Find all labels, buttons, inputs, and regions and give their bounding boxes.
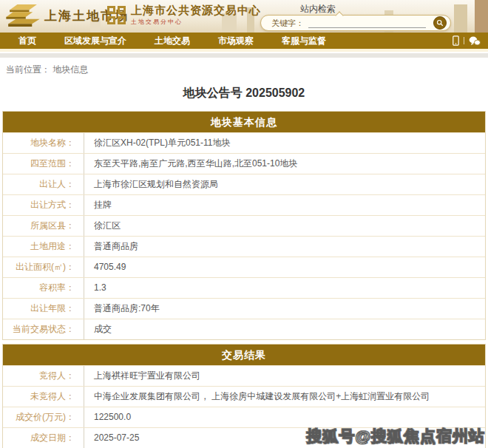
table-row: 所属区县： 徐汇区 — [3, 215, 485, 236]
table-row: 成交日期： 2025-07-25 — [3, 427, 485, 448]
table-body: 竞得人： 上海祺祥旺宇置业有限公司 未竞得人： 中海企业发展集团有限公司， 上海… — [3, 365, 485, 448]
wechat-icon[interactable] — [469, 36, 481, 46]
search-box: 关键字： — [260, 15, 451, 31]
row-value: 徐汇区XH-02(TPL)单元051-11地块 — [84, 133, 485, 153]
nav-icon-divider — [464, 37, 464, 44]
row-value: 2025-07-25 — [84, 428, 485, 448]
row-label: 出让方式： — [3, 195, 84, 215]
site-header: 上海土地市场 上海市公共资源交易中心 土地交易分中心 站内检索 关键字： — [0, 0, 488, 33]
row-label: 出让年限： — [3, 299, 84, 319]
row-value: 上海市徐汇区规划和自然资源局 — [84, 174, 485, 194]
breadcrumb-prefix: 当前位置： — [6, 64, 50, 75]
plot-basic-info-table: 地块基本信息 地块名称： 徐汇区XH-02(TPL)单元051-11地块 四至范… — [2, 111, 486, 340]
grid-logo-icon — [107, 6, 126, 24]
nav-item-land-trade[interactable]: 土地交易 — [155, 35, 190, 47]
center-subtitle: 土地交易分中心 — [131, 18, 261, 26]
table-header-transaction-result: 交易结果 — [3, 345, 485, 365]
public-resources-center-logo[interactable]: 上海市公共资源交易中心 土地交易分中心 — [107, 4, 261, 26]
row-value: 徐汇区 — [84, 216, 485, 236]
row-label: 地块名称： — [3, 133, 84, 153]
table-header-basic-info: 地块基本信息 — [3, 112, 485, 132]
table-row: 容积率： 1.3 — [3, 277, 485, 298]
table-row: 出让年限： 普通商品房:70年 — [3, 298, 485, 319]
row-value: 122500.0 — [84, 407, 485, 427]
nav-item-service-supervision[interactable]: 客服与监督 — [282, 35, 326, 47]
page-title: 地块公告号 202505902 — [0, 86, 488, 101]
table-row: 未竞得人： 中海企业发展集团有限公司， 上海徐房中城建设发展有限公司+上海虹润置… — [3, 386, 485, 407]
nav-item-market-watch[interactable]: 市场观察 — [218, 35, 254, 47]
breadcrumb-current: 地块信息 — [52, 64, 88, 75]
row-label: 四至范围： — [3, 154, 84, 174]
table-row: 地块名称： 徐汇区XH-02(TPL)单元051-11地块 — [3, 132, 485, 153]
row-value: 挂牌 — [84, 195, 485, 215]
row-value: 东至天平路,南至广元路,西至华山路,北至051-10地块 — [84, 154, 485, 174]
row-label: 容积率： — [3, 278, 84, 298]
row-label: 未竞得人： — [3, 387, 84, 407]
row-value: 普通商品房:70年 — [84, 299, 485, 319]
table-row: 出让方式： 挂牌 — [3, 194, 485, 215]
mobile-icon[interactable] — [453, 35, 459, 46]
main-nav: 首页 区域发展与宣介 土地交易 市场观察 客服与监督 — [0, 33, 488, 50]
row-value: 中海企业发展集团有限公司， 上海徐房中城建设发展有限公司+上海虹润置业有限公司 — [84, 387, 485, 407]
breadcrumb: 当前位置： 地块信息 — [0, 58, 488, 75]
stacked-slabs-logo-icon — [4, 3, 41, 28]
keyword-label: 关键字： — [271, 18, 304, 29]
table-row: 竞得人： 上海祺祥旺宇置业有限公司 — [3, 365, 485, 386]
row-value: 4705.49 — [84, 257, 485, 277]
row-label: 出让面积(㎡)： — [3, 257, 84, 277]
site-search-tab[interactable]: 站内检索 — [300, 3, 336, 16]
transaction-result-table: 交易结果 竞得人： 上海祺祥旺宇置业有限公司 未竞得人： 中海企业发展集团有限公… — [2, 344, 486, 448]
row-value: 普通商品房 — [84, 237, 485, 257]
row-value: 成交 — [84, 319, 485, 339]
table-row: 出让面积(㎡)： 4705.49 — [3, 257, 485, 277]
search-button[interactable] — [433, 16, 447, 30]
nav-right-icons — [453, 35, 481, 46]
row-label: 出让人： — [3, 174, 84, 194]
search-icon — [436, 19, 444, 27]
row-label: 成交日期： — [3, 428, 84, 448]
row-value: 上海祺祥旺宇置业有限公司 — [84, 366, 485, 386]
row-label: 竞得人： — [3, 366, 84, 386]
nav-item-regional-development[interactable]: 区域发展与宣介 — [64, 35, 126, 47]
row-label: 所属区县： — [3, 216, 84, 236]
row-value: 1.3 — [84, 278, 485, 298]
row-label: 土地用途： — [3, 237, 84, 257]
table-row: 四至范围： 东至天平路,南至广元路,西至华山路,北至051-10地块 — [3, 153, 485, 174]
table-body: 地块名称： 徐汇区XH-02(TPL)单元051-11地块 四至范围： 东至天平… — [3, 132, 485, 339]
table-row: 成交价(万元)： 122500.0 — [3, 407, 485, 427]
table-row: 当前交易状态： 成交 — [3, 319, 485, 339]
table-row: 土地用途： 普通商品房 — [3, 236, 485, 257]
keyword-input[interactable] — [308, 18, 426, 28]
center-title: 上海市公共资源交易中心 — [131, 4, 261, 17]
row-label: 当前交易状态： — [3, 319, 84, 339]
table-row: 出让人： 上海市徐汇区规划和自然资源局 — [3, 174, 485, 194]
row-label: 成交价(万元)： — [3, 407, 84, 427]
nav-item-home[interactable]: 首页 — [18, 35, 36, 47]
